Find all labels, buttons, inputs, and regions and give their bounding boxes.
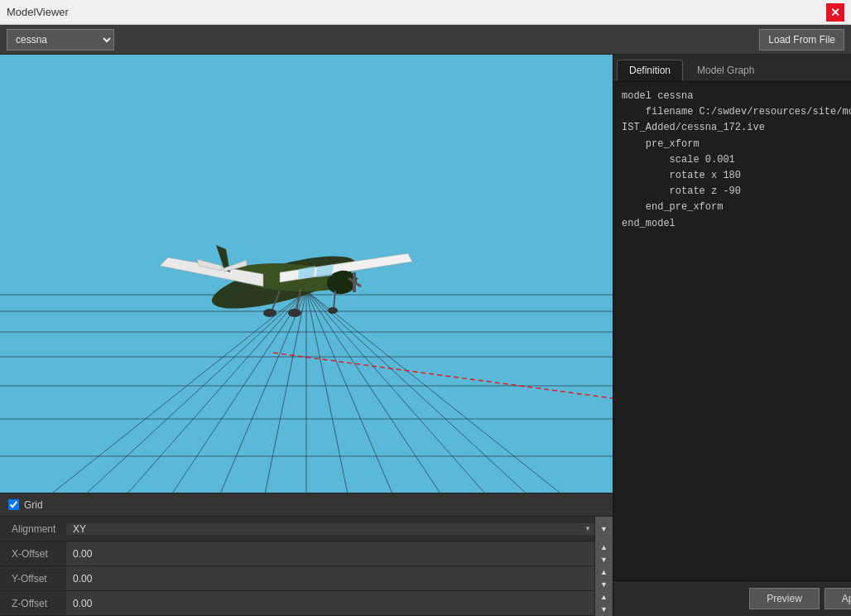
svg-point-30 xyxy=(288,309,301,317)
x-offset-down[interactable]: ▼ xyxy=(595,554,613,566)
controls-panel: Alignment XY XZ YZ ▼ X-Offset ▲ ▼ xyxy=(0,516,613,616)
x-offset-spinner: ▲ ▼ xyxy=(594,541,613,566)
app-title: ModelViewer xyxy=(7,6,69,18)
titlebar: ModelViewer ✕ xyxy=(0,0,851,25)
y-offset-down[interactable]: ▼ xyxy=(595,579,613,591)
y-offset-label: Y-Offset xyxy=(0,573,66,585)
load-from-file-button[interactable]: Load From File xyxy=(759,29,844,51)
viewport[interactable] xyxy=(0,55,613,493)
tab-model-graph[interactable]: Model Graph xyxy=(685,60,767,81)
grid-checkbox-label[interactable]: Grid xyxy=(8,499,43,511)
svg-line-31 xyxy=(334,291,335,309)
right-bottom-bar: Preview Apply xyxy=(613,580,851,616)
y-offset-spinner: ▲ ▼ xyxy=(594,566,613,591)
y-offset-up[interactable]: ▲ xyxy=(595,566,613,579)
y-offset-input[interactable] xyxy=(66,566,594,590)
preview-button[interactable]: Preview xyxy=(749,588,820,609)
tabs: Definition Model Graph xyxy=(613,55,851,82)
svg-point-28 xyxy=(263,309,276,317)
close-button[interactable]: ✕ xyxy=(826,3,844,22)
main-area: Grid Alignment XY XZ YZ ▼ X-Offset xyxy=(0,55,851,616)
z-offset-row: Z-Offset ▲ ▼ xyxy=(0,591,613,616)
right-panel: Definition Model Graph model cessna file… xyxy=(613,55,851,616)
alignment-dropdown-btn[interactable]: ▼ xyxy=(594,517,613,541)
tab-definition[interactable]: Definition xyxy=(617,60,683,81)
grid-bar: Grid xyxy=(0,493,613,516)
x-offset-label: X-Offset xyxy=(0,548,66,560)
z-offset-up[interactable]: ▲ xyxy=(595,591,613,604)
grid-checkbox[interactable] xyxy=(8,499,19,510)
alignment-select[interactable]: XY XZ YZ xyxy=(66,523,594,535)
definition-text: model cessna filename C:/swdev/resources… xyxy=(613,82,851,580)
x-offset-row: X-Offset ▲ ▼ xyxy=(0,541,613,566)
x-offset-up[interactable]: ▲ xyxy=(595,541,613,554)
svg-point-32 xyxy=(328,307,338,314)
z-offset-label: Z-Offset xyxy=(0,598,66,609)
apply-button[interactable]: Apply xyxy=(825,588,851,609)
z-offset-spinner: ▲ ▼ xyxy=(594,591,613,616)
alignment-select-wrapper: XY XZ YZ xyxy=(66,523,594,535)
model-select[interactable]: cessna xyxy=(7,29,114,51)
airplane-model xyxy=(118,183,433,365)
toolbar: cessna Load From File xyxy=(0,25,851,55)
grid-label: Grid xyxy=(24,499,43,511)
alignment-row: Alignment XY XZ YZ ▼ xyxy=(0,517,613,541)
z-offset-input[interactable] xyxy=(66,591,594,615)
y-offset-row: Y-Offset ▲ ▼ xyxy=(0,566,613,591)
z-offset-down[interactable]: ▼ xyxy=(595,604,613,616)
alignment-label: Alignment xyxy=(0,523,66,535)
left-panel: Grid Alignment XY XZ YZ ▼ X-Offset xyxy=(0,55,613,616)
model-select-wrapper: cessna xyxy=(7,29,114,51)
x-offset-input[interactable] xyxy=(66,541,594,565)
